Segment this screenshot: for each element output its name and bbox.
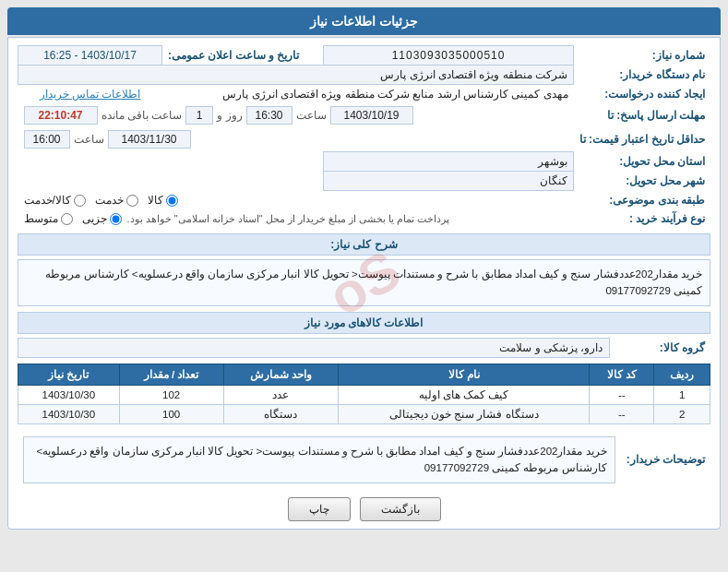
info-table: شماره نیاز: 1103093035000510 تاریخ و ساع…: [18, 45, 710, 228]
table-cell-vahed: عدد: [223, 385, 339, 404]
table-cell-nam: کیف کمک های اولیه: [339, 385, 590, 404]
radio-kala-input[interactable]: [166, 195, 178, 207]
hadaql-saat-label: ساعت: [74, 133, 104, 146]
radio-khadamat[interactable]: خدمت: [95, 194, 138, 207]
table-cell-nam: دستگاه فشار سنج خون دیجیتالی: [339, 404, 590, 423]
table-cell-vahed: دستگاه: [223, 404, 339, 423]
tarikh-ersal-label: مهلت ارسال پاسخ: تا: [574, 103, 710, 127]
back-button[interactable]: بازگشت: [360, 497, 441, 521]
radio-motavasset-input[interactable]: [61, 213, 73, 225]
sharh-kolli-title: شرح کلی نیاز:: [18, 233, 710, 256]
print-button[interactable]: چاپ: [288, 497, 351, 521]
ostan-value: بوشهر: [323, 152, 573, 172]
tozih-table: توضیحات خریدار: خرید مقدار202عددفشار سنج…: [18, 430, 710, 490]
col-radif: ردیف: [654, 363, 710, 385]
table-cell-radif: 2: [654, 404, 710, 423]
tozih-label: توضیحات خریدار:: [621, 430, 710, 490]
tarikh-elan-label: تاریخ و ساعت اعلان عمومی:: [162, 46, 305, 66]
nam-dastgah-value: شرکت منطقه ویژه اقتصادی انرژی پارس: [18, 66, 574, 85]
table-cell-tedaad: 102: [119, 385, 223, 404]
col-tarikh: تاریخ نیاز: [18, 363, 120, 385]
shomara-niaz-label: شماره نیاز:: [574, 46, 710, 66]
table-row: 2--دستگاه فشار سنج خون دیجیتالیدستگاه100…: [18, 404, 710, 423]
col-tedaad: تعداد / مقدار: [119, 363, 223, 385]
main-card: oS شماره نیاز: 1103093035000510 تاریخ و …: [7, 37, 721, 530]
nav-farayand-note: پرداخت تمام یا بخشی از مبلغ خریدار از مح…: [127, 213, 450, 225]
radio-khadamat-label: خدمت: [95, 194, 124, 207]
nam-dastgah-label: نام دستگاه خریدار:: [574, 66, 710, 85]
hadaql-date-value: 1403/11/30: [108, 130, 191, 149]
tabaqe-label: طبقه بندی موضوعی:: [574, 191, 710, 210]
saat-mande-label: ساعت باقی مانده: [101, 109, 183, 122]
tarikh-elan-value: 1403/10/17 - 16:25: [18, 46, 162, 66]
radio-khadamat-input[interactable]: [126, 195, 138, 207]
saat-label: ساعت: [296, 109, 327, 122]
group-kala-table: گروه کالا: دارو، پزشکی و سلامت: [18, 338, 710, 358]
roz-label: روز و: [217, 109, 242, 122]
radio-jozi-label: جزیی: [82, 212, 107, 225]
tarikh-date-value: 1403/10/19: [330, 106, 413, 125]
table-cell-tarikh: 1403/10/30: [18, 404, 120, 423]
col-vahed: واحد شمارش: [223, 363, 339, 385]
ostan-label: استان محل تحویل:: [574, 152, 710, 172]
shahr-label: شهر محل تحویل:: [574, 172, 710, 191]
radio-motavasset[interactable]: متوسط: [24, 212, 73, 225]
goods-table: ردیف کد کالا نام کالا واحد شمارش تعداد /…: [18, 363, 710, 424]
roz-value: 1: [185, 106, 213, 125]
radio-kala-khadamat[interactable]: کالا/خدمت: [24, 194, 86, 207]
radio-kala-khadamat-input[interactable]: [74, 195, 86, 207]
page-header: جزئیات اطلاعات نیاز: [7, 7, 721, 35]
ij-konanda-value: مهدی کمینی کارشناس ارشد منابع شرکت منطقه…: [162, 85, 574, 104]
group-kala-label: گروه کالا:: [609, 338, 710, 357]
tozih-value: خرید مقدار202عددفشار سنج و کیف امداد مطا…: [23, 436, 615, 483]
sharh-kolli-value: خرید مقدار202عددفشار سنج و کیف امداد مطا…: [18, 259, 710, 306]
ij-konanda-label: ایجاد کننده درخواست:: [574, 85, 710, 104]
tarikh-time-value: 16:30: [246, 106, 292, 125]
page-wrapper: جزئیات اطلاعات نیاز oS شماره نیاز: 11030…: [0, 0, 728, 572]
hadaql-label: حداقل تاریخ اعتبار قیمت: تا: [574, 127, 710, 152]
col-kod: کد کالا: [590, 363, 654, 385]
radio-motavasset-label: متوسط: [24, 212, 58, 225]
header-title: جزئیات اطلاعات نیاز: [310, 14, 418, 29]
ettelaat-tamas-link[interactable]: اطلاعات تماس خریدار: [18, 85, 162, 104]
radio-kala-khadamat-label: کالا/خدمت: [24, 194, 71, 207]
radio-jozi[interactable]: جزیی: [82, 212, 122, 225]
table-row: 1--کیف کمک های اولیهعدد1021403/10/30: [18, 385, 710, 404]
table-cell-radif: 1: [654, 385, 710, 404]
col-nam: نام کالا: [339, 363, 590, 385]
group-kala-value: دارو، پزشکی و سلامت: [18, 338, 610, 357]
shomara-niaz-value: 1103093035000510: [323, 46, 573, 66]
radio-jozi-input[interactable]: [110, 213, 122, 225]
hadaql-time-value: 16:00: [24, 130, 70, 149]
table-cell-tedaad: 100: [119, 404, 223, 423]
table-cell-kod: --: [590, 404, 654, 423]
radio-kala[interactable]: کالا: [148, 194, 178, 207]
shahr-value: کنگان: [323, 172, 573, 191]
radio-kala-label: کالا: [148, 194, 163, 207]
ettelaat-kala-title: اطلاعات کالاهای مورد نیاز: [18, 312, 710, 334]
nav-farayand-label: نوع فرآیند خرید :: [574, 209, 710, 228]
footer-buttons: چاپ بازگشت: [18, 497, 710, 521]
saat-mande-value: 22:10:47: [24, 106, 98, 125]
table-cell-kod: --: [590, 385, 654, 404]
table-cell-tarikh: 1403/10/30: [18, 385, 120, 404]
